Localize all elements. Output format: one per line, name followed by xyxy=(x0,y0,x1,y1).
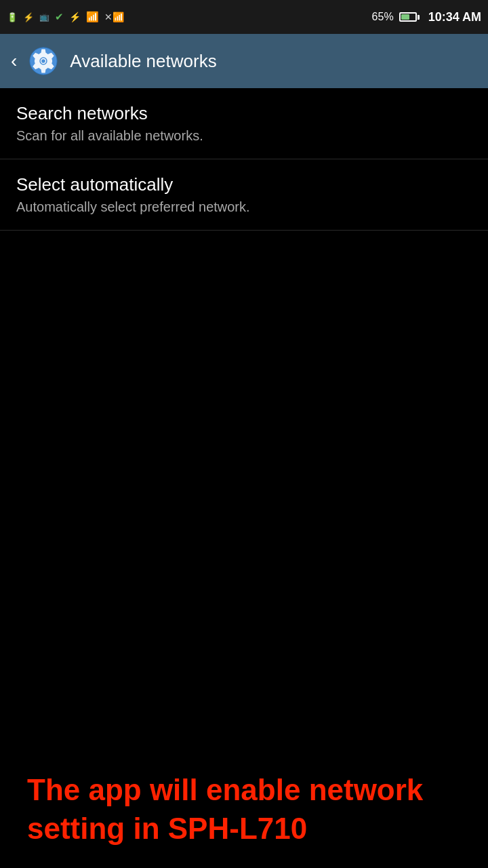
select-automatically-item[interactable]: Select automatically Automatically selec… xyxy=(0,159,488,231)
cast-icon: 📺 xyxy=(39,12,49,22)
select-automatically-title: Select automatically xyxy=(16,174,472,195)
page-title: Available networks xyxy=(70,51,216,72)
menu-list: Search networks Scan for all available n… xyxy=(0,88,488,231)
bluetooth-icon: ⚡ xyxy=(69,12,81,22)
app-bar: ‹ Available networks xyxy=(0,34,488,88)
search-networks-subtitle: Scan for all available networks. xyxy=(16,128,472,144)
status-bar-left: 🔋 ⚡ 📺 ✔ ⚡ 📶 ✕📶 xyxy=(7,11,124,23)
battery-charge-icon: 🔋 xyxy=(7,12,18,22)
search-networks-item[interactable]: Search networks Scan for all available n… xyxy=(0,88,488,159)
clock: 10:34 AM xyxy=(428,10,481,24)
check-icon: ✔ xyxy=(55,11,64,23)
back-button[interactable]: ‹ xyxy=(11,50,17,72)
content-area xyxy=(0,231,488,821)
usb-icon: ⚡ xyxy=(23,12,34,22)
svg-point-4 xyxy=(41,59,46,64)
overlay-message: The app will enable network setting in S… xyxy=(27,770,461,848)
no-signal-icon: ✕📶 xyxy=(104,12,124,22)
status-bar: 🔋 ⚡ 📺 ✔ ⚡ 📶 ✕📶 65% 10:34 AM xyxy=(0,0,488,34)
select-automatically-subtitle: Automatically select preferred network. xyxy=(16,199,472,215)
wifi-icon: 📶 xyxy=(86,11,99,23)
battery-percent: 65% xyxy=(372,11,394,23)
settings-icon xyxy=(28,45,59,77)
battery-icon xyxy=(399,12,420,22)
search-networks-title: Search networks xyxy=(16,103,472,124)
status-bar-right: 65% 10:34 AM xyxy=(372,10,481,24)
